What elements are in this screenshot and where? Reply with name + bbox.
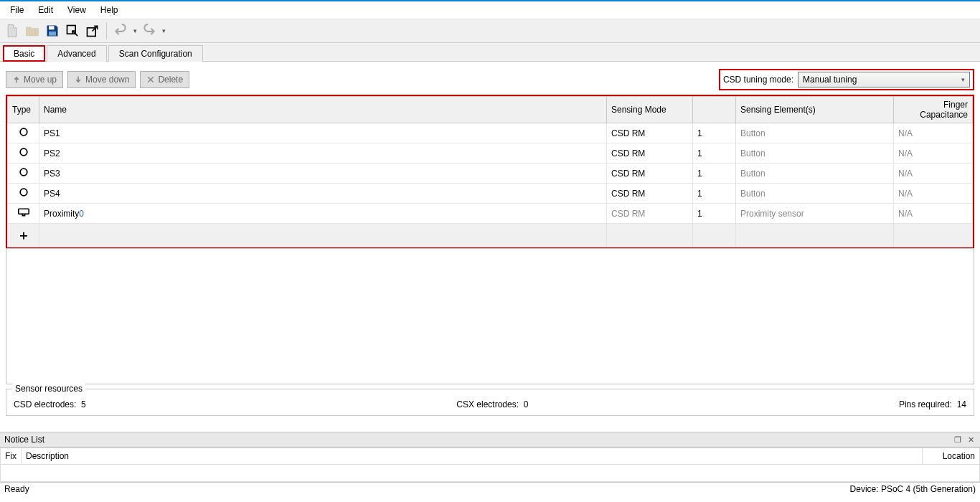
notice-list-title: Notice List — [4, 435, 44, 445]
open-file-icon[interactable] — [23, 22, 42, 40]
menu-view[interactable]: View — [60, 3, 93, 17]
delete-icon — [146, 75, 155, 84]
toolbar: ▾ ▾ — [0, 19, 980, 43]
svg-rect-1 — [49, 32, 56, 36]
row-sensing-mode[interactable]: CSD RM — [607, 204, 693, 224]
row-element-count[interactable]: 1 — [693, 143, 736, 164]
csd-electrodes-label: CSD electrodes: — [14, 399, 76, 409]
move-down-label: Move down — [85, 75, 129, 85]
row-name[interactable]: PS2 — [39, 143, 607, 164]
export-icon[interactable] — [83, 22, 102, 40]
notice-col-description[interactable]: Description — [22, 448, 923, 465]
table-row[interactable]: Proximity0CSD RM1Proximity sensorN/A — [8, 204, 973, 224]
svg-rect-0 — [49, 26, 55, 29]
col-sensing-elements[interactable] — [693, 97, 736, 123]
col-finger-capacitance[interactable]: Finger Capacitance — [894, 97, 973, 123]
notice-col-location[interactable]: Location — [923, 448, 980, 465]
chevron-down-icon: ▾ — [961, 76, 965, 83]
row-type-icon — [8, 184, 39, 204]
plus-icon: ＋ — [17, 228, 30, 242]
row-sensing-mode[interactable]: CSD RM — [607, 164, 693, 184]
tuning-mode-value: Manual tuning — [803, 75, 857, 85]
row-sensing-mode[interactable]: CSD RM — [607, 143, 693, 164]
csx-electrodes-value: 0 — [524, 399, 529, 409]
row-name[interactable]: Proximity0 — [39, 204, 607, 224]
table-row[interactable]: PS2CSD RM1ButtonN/A — [8, 143, 973, 164]
menu-help[interactable]: Help — [93, 3, 126, 17]
sensor-resources-legend: Sensor resources — [12, 384, 85, 394]
sensor-resources-panel: Sensor resources CSD electrodes: 5 CSX e… — [6, 389, 974, 416]
row-element-count[interactable]: 1 — [693, 204, 736, 224]
svg-point-6 — [20, 169, 27, 176]
row-element-kind: Button — [736, 143, 894, 164]
col-type[interactable]: Type — [8, 97, 39, 123]
tuning-mode-select[interactable]: Manual tuning ▾ — [798, 72, 970, 87]
import-icon[interactable] — [63, 22, 82, 40]
notice-table: Fix Description Location — [0, 447, 980, 465]
row-sensing-mode[interactable]: CSD RM — [607, 184, 693, 204]
menu-file[interactable]: File — [3, 3, 31, 17]
notice-list-header: Notice List ❐ ✕ — [0, 432, 980, 447]
delete-button[interactable]: Delete — [140, 71, 189, 88]
status-bar: Ready Device: PSoC 4 (5th Generation) — [0, 482, 980, 496]
row-type-icon — [8, 143, 39, 164]
save-icon[interactable] — [43, 22, 62, 40]
menu-edit[interactable]: Edit — [31, 3, 60, 17]
row-type-icon — [8, 204, 39, 224]
row-name[interactable]: PS1 — [39, 123, 607, 143]
move-up-label: Move up — [24, 75, 57, 85]
row-type-icon — [8, 164, 39, 184]
redo-icon[interactable] — [140, 22, 159, 40]
row-element-kind: Button — [736, 123, 894, 143]
row-element-count[interactable]: 1 — [693, 184, 736, 204]
add-row[interactable]: ＋ — [8, 224, 973, 247]
row-finger-capacitance: N/A — [894, 123, 973, 143]
table-row[interactable]: PS1CSD RM1ButtonN/A — [8, 123, 973, 143]
new-file-icon[interactable] — [3, 22, 22, 40]
csd-electrodes-value: 5 — [81, 399, 86, 409]
row-finger-capacitance: N/A — [894, 164, 973, 184]
row-element-kind: Button — [736, 164, 894, 184]
row-name[interactable]: PS3 — [39, 164, 607, 184]
row-type-icon — [8, 123, 39, 143]
table-row[interactable]: PS4CSD RM1ButtonN/A — [8, 184, 973, 204]
delete-label: Delete — [158, 75, 183, 85]
row-sensing-mode[interactable]: CSD RM — [607, 123, 693, 143]
svg-point-5 — [20, 148, 27, 156]
col-name[interactable]: Name — [39, 97, 607, 123]
svg-point-7 — [20, 189, 27, 196]
row-element-kind: Button — [736, 184, 894, 204]
col-sensing-mode[interactable]: Sensing Mode — [607, 97, 693, 123]
row-element-count[interactable]: 1 — [693, 164, 736, 184]
status-ready: Ready — [4, 484, 29, 494]
row-finger-capacitance: N/A — [894, 204, 973, 224]
row-name[interactable]: PS4 — [39, 184, 607, 204]
csx-electrodes-label: CSX electrodes: — [456, 399, 519, 409]
svg-point-4 — [20, 128, 27, 136]
sensor-table: Type Name Sensing Mode Sensing Element(s… — [7, 96, 973, 247]
tab-scan-configuration[interactable]: Scan Configuration — [108, 45, 203, 62]
row-finger-capacitance: N/A — [894, 143, 973, 164]
redo-dropdown-icon[interactable]: ▾ — [160, 27, 167, 34]
move-down-button[interactable]: Move down — [67, 71, 136, 88]
col-sensing-elements-label[interactable]: Sensing Element(s) — [736, 97, 894, 123]
move-up-button[interactable]: Move up — [6, 71, 63, 88]
tab-advanced[interactable]: Advanced — [47, 45, 106, 62]
row-element-kind: Proximity sensor — [736, 204, 894, 224]
undo-icon[interactable] — [111, 22, 130, 40]
undo-dropdown-icon[interactable]: ▾ — [131, 27, 138, 34]
pins-required-label: Pins required: — [899, 399, 952, 409]
tab-basic[interactable]: Basic — [3, 45, 45, 62]
svg-rect-8 — [18, 209, 28, 214]
arrow-up-icon — [12, 75, 21, 84]
row-element-count[interactable]: 1 — [693, 123, 736, 143]
table-row[interactable]: PS3CSD RM1ButtonN/A — [8, 164, 973, 184]
notice-col-fix[interactable]: Fix — [1, 448, 22, 465]
pins-required-value: 14 — [957, 399, 966, 409]
menu-bar: File Edit View Help — [0, 1, 980, 19]
row-finger-capacitance: N/A — [894, 184, 973, 204]
arrow-down-icon — [74, 75, 83, 84]
tuning-mode-label: CSD tuning mode: — [723, 75, 793, 85]
restore-icon[interactable]: ❐ — [953, 435, 963, 445]
close-icon[interactable]: ✕ — [966, 435, 976, 445]
